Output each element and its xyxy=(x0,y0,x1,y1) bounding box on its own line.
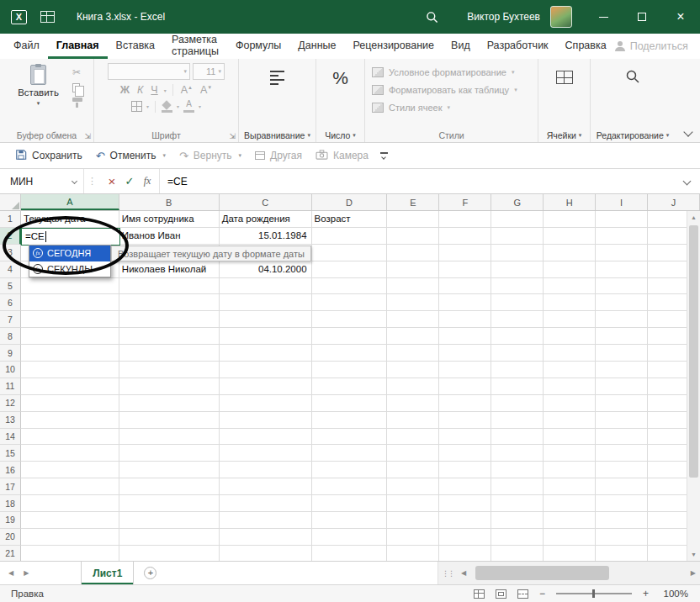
cell-E15[interactable] xyxy=(387,445,439,462)
column-header-I[interactable]: I xyxy=(596,194,648,210)
font-dialog-launcher-icon[interactable] xyxy=(229,132,236,140)
cell-G14[interactable] xyxy=(491,429,544,446)
column-header-H[interactable]: H xyxy=(544,194,596,210)
cell-A7[interactable] xyxy=(21,311,119,328)
cell-A19[interactable] xyxy=(21,512,119,529)
cell-B17[interactable] xyxy=(119,478,220,495)
maximize-button[interactable] xyxy=(623,0,661,34)
cell-E18[interactable] xyxy=(387,495,439,512)
cell-H10[interactable] xyxy=(544,362,596,378)
cell-I19[interactable] xyxy=(596,512,648,529)
column-header-J[interactable]: J xyxy=(648,194,700,210)
row-header-17[interactable]: 17 xyxy=(0,478,21,495)
formula-bar-expand-icon[interactable] xyxy=(683,177,692,186)
cell-B16[interactable] xyxy=(119,462,220,478)
horizontal-scroll-thumb[interactable] xyxy=(475,566,609,580)
cell-D6[interactable] xyxy=(312,294,388,311)
cell-H12[interactable] xyxy=(544,395,596,412)
cell-I6[interactable] xyxy=(596,294,648,311)
cell-I20[interactable] xyxy=(596,529,648,546)
confirm-entry-icon[interactable] xyxy=(121,175,138,187)
cell-D16[interactable] xyxy=(312,462,388,478)
cell-E10[interactable] xyxy=(387,362,439,378)
cell-F1[interactable] xyxy=(439,211,491,228)
cell-H15[interactable] xyxy=(544,445,596,462)
cell-E7[interactable] xyxy=(387,311,439,328)
tab-help[interactable]: Справка xyxy=(557,34,615,59)
cell-G3[interactable] xyxy=(491,245,544,261)
row-header-9[interactable]: 9 xyxy=(0,345,21,362)
zoom-out-icon[interactable] xyxy=(539,588,545,599)
row-header-11[interactable]: 11 xyxy=(0,378,21,395)
cell-A11[interactable] xyxy=(21,378,119,395)
cell-B9[interactable] xyxy=(119,345,220,362)
cell-F7[interactable] xyxy=(439,311,491,328)
page-layout-view-icon[interactable] xyxy=(496,589,506,599)
cell-C20[interactable] xyxy=(220,529,312,546)
cancel-entry-icon[interactable] xyxy=(103,174,120,188)
cell-G6[interactable] xyxy=(491,294,544,311)
cell-F18[interactable] xyxy=(439,495,491,512)
cell-I12[interactable] xyxy=(596,395,648,412)
cell-C17[interactable] xyxy=(220,478,312,495)
cell-H14[interactable] xyxy=(544,429,596,446)
cell-A17[interactable] xyxy=(21,478,119,495)
cell-C12[interactable] xyxy=(220,395,312,412)
normal-view-icon[interactable] xyxy=(474,589,485,599)
cell-F15[interactable] xyxy=(439,445,491,462)
row-header-13[interactable]: 13 xyxy=(0,412,21,429)
cell-B5[interactable] xyxy=(119,278,220,295)
cell-E20[interactable] xyxy=(387,529,439,546)
page-break-view-icon[interactable] xyxy=(517,589,528,599)
cell-A13[interactable] xyxy=(21,412,119,429)
cell-I7[interactable] xyxy=(596,311,648,328)
column-header-G[interactable]: G xyxy=(491,194,544,210)
cell-G4[interactable] xyxy=(491,261,544,278)
cell-B1[interactable]: Имя сотрудника xyxy=(119,211,220,228)
sheet-tab-1[interactable]: Лист1 xyxy=(81,562,134,584)
cell-A1[interactable]: Текущая дата xyxy=(21,211,119,228)
cell-I4[interactable] xyxy=(596,261,648,278)
formula-input[interactable]: =СЕ xyxy=(160,169,684,193)
column-header-B[interactable]: B xyxy=(119,194,220,210)
cell-B8[interactable] xyxy=(119,328,220,345)
font-color-button[interactable]: А xyxy=(183,100,194,113)
column-header-C[interactable]: C xyxy=(220,194,312,210)
cell-G15[interactable] xyxy=(491,445,544,462)
cell-F19[interactable] xyxy=(439,512,491,529)
cell-F14[interactable] xyxy=(439,429,491,446)
cell-I15[interactable] xyxy=(596,445,648,462)
cell-F12[interactable] xyxy=(439,395,491,412)
scroll-up-icon[interactable] xyxy=(687,214,700,220)
cell-E13[interactable] xyxy=(387,412,439,429)
tab-page-layout[interactable]: Разметка страницы xyxy=(163,34,227,59)
cell-C4[interactable]: 04.10.2000 xyxy=(220,261,312,278)
cell-D3[interactable] xyxy=(312,245,388,261)
cell-E3[interactable] xyxy=(387,245,439,261)
cell-G18[interactable] xyxy=(491,495,544,512)
cell-A10[interactable] xyxy=(21,362,119,378)
cell-H20[interactable] xyxy=(544,529,596,546)
cell-D15[interactable] xyxy=(312,445,388,462)
cell-G16[interactable] xyxy=(491,462,544,478)
cell-H7[interactable] xyxy=(544,311,596,328)
cell-G19[interactable] xyxy=(491,512,544,529)
undo-button[interactable]: Отменить xyxy=(89,143,172,168)
font-name-select[interactable] xyxy=(108,63,190,80)
format-painter-icon[interactable] xyxy=(72,98,82,102)
cell-H9[interactable] xyxy=(544,345,596,362)
cell-E12[interactable] xyxy=(387,395,439,412)
cell-D17[interactable] xyxy=(312,478,388,495)
tab-data[interactable]: Данные xyxy=(289,34,344,59)
cell-H11[interactable] xyxy=(544,378,596,395)
cell-C13[interactable] xyxy=(220,412,312,429)
share-button[interactable]: Поделиться xyxy=(615,34,700,59)
autocomplete-item[interactable]: СЕКУНДЫ xyxy=(29,261,110,277)
zoom-level[interactable]: 100% xyxy=(660,589,688,599)
cell-B10[interactable] xyxy=(119,362,220,378)
cell-H13[interactable] xyxy=(544,412,596,429)
cell-B11[interactable] xyxy=(119,378,220,395)
cell-D19[interactable] xyxy=(312,512,388,529)
cut-icon[interactable] xyxy=(72,66,81,78)
cell-H2[interactable] xyxy=(544,228,596,245)
